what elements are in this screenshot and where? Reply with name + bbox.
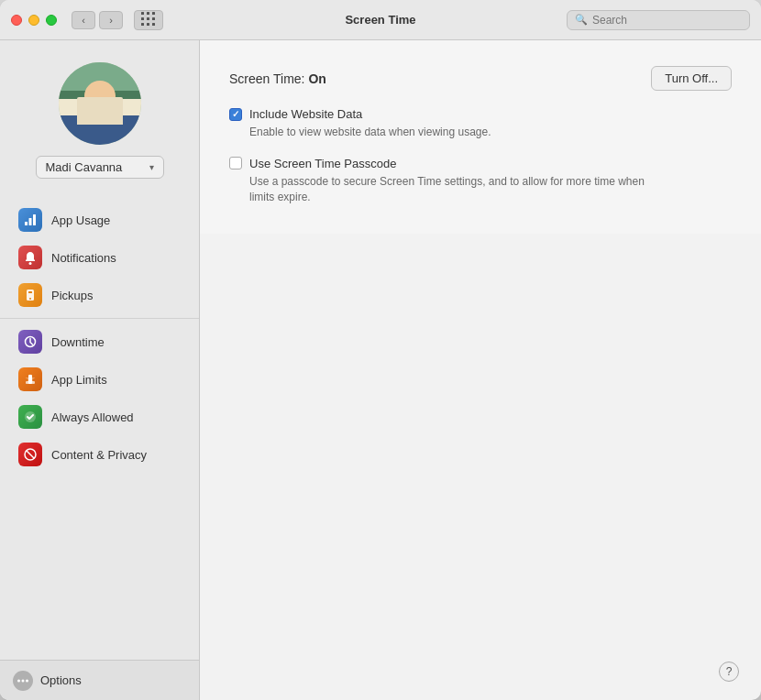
grid-dot bbox=[152, 23, 155, 26]
window-title: Screen Time bbox=[345, 13, 415, 27]
minimize-button[interactable] bbox=[28, 15, 39, 26]
main-content: Madi Cavanna ▾ App bbox=[0, 40, 761, 700]
svg-point-6 bbox=[29, 298, 31, 300]
sidebar-item-always-allowed[interactable]: Always Allowed bbox=[6, 399, 193, 435]
profile-section: Madi Cavanna ▾ bbox=[0, 40, 199, 193]
maximize-button[interactable] bbox=[46, 15, 57, 26]
use-passcode-description: Use a passcode to secure Screen Time set… bbox=[249, 174, 671, 205]
grid-dot bbox=[141, 12, 144, 15]
svg-point-13 bbox=[22, 679, 25, 682]
always-allowed-icon bbox=[18, 405, 42, 429]
grid-dot bbox=[141, 17, 144, 20]
sidebar-item-label: Notifications bbox=[51, 251, 116, 265]
include-website-data-checkbox[interactable] bbox=[229, 108, 242, 121]
screen-time-value: On bbox=[308, 71, 325, 86]
search-bar[interactable]: 🔍 bbox=[567, 10, 750, 30]
grid-dot bbox=[152, 12, 155, 15]
grid-dot bbox=[152, 17, 155, 20]
avatar bbox=[59, 62, 141, 145]
use-passcode-checkbox[interactable] bbox=[229, 157, 242, 170]
close-button[interactable] bbox=[11, 15, 22, 26]
screen-time-status: Screen Time: On bbox=[229, 71, 326, 86]
titlebar: ‹ › Screen Time 🔍 bbox=[0, 0, 761, 40]
pickups-icon bbox=[18, 283, 42, 307]
svg-rect-1 bbox=[29, 218, 32, 225]
sidebar-item-label: Downtime bbox=[51, 335, 105, 349]
checkbox-area: Include Website Data Enable to view webs… bbox=[229, 107, 732, 208]
svg-point-3 bbox=[29, 262, 32, 265]
sidebar-nav: App Usage Notifications bbox=[0, 193, 199, 660]
traffic-lights bbox=[11, 15, 57, 26]
downtime-icon bbox=[18, 330, 42, 354]
use-passcode-label: Use Screen Time Passcode bbox=[249, 157, 396, 170]
sidebar-item-content-privacy[interactable]: Content & Privacy bbox=[6, 436, 193, 473]
svg-point-14 bbox=[17, 679, 20, 682]
turn-off-button[interactable]: Turn Off... bbox=[651, 66, 732, 91]
include-website-data-label: Include Website Data bbox=[249, 107, 362, 121]
app-limits-icon bbox=[18, 367, 42, 391]
grid-icon bbox=[141, 12, 157, 27]
chevron-down-icon: ▾ bbox=[149, 162, 154, 172]
screen-time-label: Screen Time: bbox=[229, 71, 308, 86]
options-footer[interactable]: Options bbox=[0, 660, 199, 700]
sidebar-item-downtime[interactable]: Downtime bbox=[6, 323, 193, 360]
svg-rect-2 bbox=[33, 214, 36, 225]
svg-rect-9 bbox=[26, 381, 35, 384]
forward-button[interactable]: › bbox=[99, 11, 123, 29]
main-window: ‹ › Screen Time 🔍 bbox=[0, 0, 761, 700]
sidebar-item-notifications[interactable]: Notifications bbox=[6, 239, 193, 276]
include-website-data-description: Enable to view website data when viewing… bbox=[249, 125, 671, 140]
content-wrapper: Screen Time: On Turn Off... Include Webs… bbox=[200, 40, 761, 700]
app-usage-icon bbox=[18, 208, 42, 232]
user-selector[interactable]: Madi Cavanna ▾ bbox=[36, 156, 164, 179]
checkbox-row-1: Include Website Data bbox=[229, 107, 732, 121]
use-passcode-block: Use Screen Time Passcode Use a passcode … bbox=[229, 157, 732, 205]
help-button[interactable]: ? bbox=[719, 662, 739, 682]
avatar-image bbox=[59, 62, 141, 145]
grid-dot bbox=[141, 23, 144, 26]
sidebar-item-app-limits[interactable]: App Limits bbox=[6, 361, 193, 398]
content-area: Screen Time: On Turn Off... Include Webs… bbox=[200, 40, 761, 234]
sidebar-item-label: App Limits bbox=[51, 373, 107, 387]
nav-buttons: ‹ › bbox=[72, 11, 123, 29]
search-input[interactable] bbox=[592, 14, 742, 27]
svg-rect-0 bbox=[25, 222, 28, 225]
sidebar-item-app-usage[interactable]: App Usage bbox=[6, 202, 193, 238]
options-label: Options bbox=[40, 673, 82, 687]
svg-line-12 bbox=[27, 451, 34, 458]
sidebar-item-pickups[interactable]: Pickups bbox=[6, 277, 193, 313]
sidebar-item-label: Content & Privacy bbox=[51, 448, 147, 462]
sidebar-item-label: App Usage bbox=[51, 213, 110, 227]
user-name: Madi Cavanna bbox=[46, 160, 123, 174]
nav-group-2: Downtime App Limits bbox=[0, 319, 199, 477]
notifications-icon bbox=[18, 246, 42, 269]
back-button[interactable]: ‹ bbox=[72, 11, 95, 29]
sidebar-item-label: Always Allowed bbox=[51, 410, 134, 424]
svg-point-15 bbox=[26, 679, 28, 682]
options-icon bbox=[13, 671, 33, 691]
sidebar: Madi Cavanna ▾ App bbox=[0, 40, 200, 700]
sidebar-item-label: Pickups bbox=[51, 289, 94, 302]
include-website-data-block: Include Website Data Enable to view webs… bbox=[229, 107, 732, 140]
grid-dot bbox=[147, 12, 149, 15]
content-header: Screen Time: On Turn Off... bbox=[229, 66, 732, 91]
nav-group-1: App Usage Notifications bbox=[0, 197, 199, 319]
svg-rect-5 bbox=[28, 291, 32, 293]
grid-view-button[interactable] bbox=[134, 10, 163, 30]
content-privacy-icon bbox=[18, 443, 42, 466]
checkbox-row-2: Use Screen Time Passcode bbox=[229, 157, 732, 170]
grid-dot bbox=[147, 17, 149, 20]
search-icon: 🔍 bbox=[575, 14, 588, 26]
grid-dot bbox=[147, 23, 149, 26]
